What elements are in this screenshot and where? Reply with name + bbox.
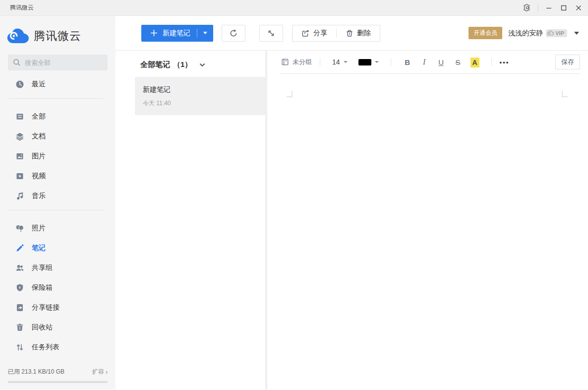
sidebar-item-photos[interactable]: 照片 (0, 218, 116, 238)
expand-diagonal-icon (267, 29, 275, 37)
sidebar-item-label: 图片 (32, 152, 46, 161)
sidebar-item-recent[interactable]: 最近 (0, 74, 116, 94)
upgrade-member-badge[interactable]: 开通会员 (469, 27, 502, 39)
transfer-arrows-icon (15, 343, 24, 352)
close-button[interactable] (571, 0, 586, 15)
note-title: 新建笔记 (143, 85, 257, 94)
highlight-button[interactable]: A (469, 58, 481, 66)
trash-icon (15, 323, 24, 332)
caret-down-icon (375, 61, 379, 63)
account-area: 开通会员 浅浅的安静 VIP (469, 27, 584, 39)
sidebar-item-label: 分享链接 (32, 303, 59, 312)
font-color-selector[interactable] (358, 59, 379, 65)
minimize-button[interactable] (541, 0, 556, 15)
font-color-swatch (358, 59, 371, 65)
highlight-letter: A (470, 58, 479, 67)
storage-usage-text: 已用 213.1 KB/10 GB (8, 368, 64, 376)
vip-badge: VIP (546, 29, 567, 37)
titlebar-separator (538, 4, 538, 12)
save-button[interactable]: 保存 (555, 55, 580, 69)
settings-gear-icon[interactable] (519, 0, 535, 15)
sidebar-item-share-links[interactable]: 分享链接 (0, 298, 116, 318)
note-editor-area[interactable] (267, 74, 588, 390)
font-size-value: 14 (332, 58, 340, 66)
sidebar-item-safe[interactable]: 保险箱 (0, 278, 116, 298)
delete-button[interactable]: 删除 (337, 25, 380, 41)
window-title: 腾讯微云 (10, 3, 34, 12)
note-list-item[interactable]: 新建笔记 今天 11:40 (135, 77, 265, 115)
share-label: 分享 (313, 29, 327, 38)
music-note-icon (15, 192, 24, 200)
storage-progress-bar (8, 381, 108, 383)
sidebar-item-notes[interactable]: 笔记 (0, 238, 116, 258)
new-note-dropdown[interactable] (197, 25, 213, 42)
trash-icon (346, 29, 353, 37)
sidebar-item-label: 共享组 (32, 263, 53, 272)
balloons-icon (15, 224, 24, 233)
search-input[interactable] (25, 59, 99, 66)
username: 浅浅的安静 (508, 29, 543, 38)
expand-button[interactable] (259, 25, 283, 42)
italic-button[interactable]: I (418, 58, 430, 66)
sidebar-item-shared-groups[interactable]: 共享组 (0, 258, 116, 278)
editor-toolbar: 未分组 14 B I U S A (280, 51, 580, 74)
font-size-selector[interactable]: 14 (332, 58, 348, 66)
sidebar-item-images[interactable]: 图片 (0, 146, 116, 166)
nav-divider (9, 210, 104, 210)
share-button[interactable]: 分享 (293, 25, 336, 41)
video-icon (15, 172, 24, 181)
sidebar-item-label: 笔记 (32, 244, 46, 253)
sidebar-item-label: 音乐 (32, 192, 46, 200)
sidebar-item-music[interactable]: 音乐 (0, 186, 116, 206)
sidebar-item-task-list[interactable]: 任务列表 (0, 337, 116, 357)
shield-icon (15, 283, 24, 292)
storage-footer: 已用 213.1 KB/10 GB 扩容 › (0, 368, 116, 390)
people-icon (15, 263, 24, 272)
account-dropdown[interactable] (574, 32, 579, 35)
note-editor-panel: 未分组 14 B I U S A (267, 51, 588, 390)
sidebar-item-label: 视频 (32, 172, 46, 181)
maximize-button[interactable] (556, 0, 571, 15)
vip-cloud-icon (547, 30, 554, 36)
sidebar-item-label: 文档 (32, 132, 46, 141)
titlebar: 腾讯微云 (0, 0, 588, 16)
clock-icon (15, 80, 24, 89)
caret-down-icon (344, 61, 348, 63)
sidebar-item-label: 任务列表 (32, 343, 59, 352)
caret-down-icon (203, 32, 207, 34)
more-options-button[interactable]: ••• (500, 59, 510, 66)
editor-corner-mark-left (287, 91, 293, 97)
new-note-button-main[interactable]: 新建笔记 (141, 25, 197, 42)
all-files-icon (15, 112, 24, 121)
sidebar-item-label: 最近 (32, 80, 46, 89)
sidebar: 腾讯微云 最近 全部 (0, 16, 116, 390)
search-box[interactable] (8, 55, 108, 70)
sidebar-item-videos[interactable]: 视频 (0, 166, 116, 186)
sidebar-item-label: 照片 (32, 224, 46, 233)
main-toolbar: 新建笔记 (116, 16, 588, 51)
note-group-label: 未分组 (293, 58, 312, 66)
new-note-button: 新建笔记 (141, 25, 213, 42)
refresh-button[interactable] (222, 25, 245, 42)
sidebar-item-label: 回收站 (32, 323, 53, 332)
sidebar-item-recycle-bin[interactable]: 回收站 (0, 318, 116, 337)
cloud-logo-icon (7, 28, 30, 44)
delete-label: 删除 (357, 29, 371, 38)
sidebar-item-all[interactable]: 全部 (0, 107, 116, 127)
note-timestamp: 今天 11:40 (143, 99, 257, 108)
chevron-right-icon: › (106, 369, 108, 376)
logo-text: 腾讯微云 (34, 28, 81, 44)
plus-icon (150, 29, 158, 37)
note-group-selector[interactable]: 未分组 (280, 58, 312, 66)
chevron-down-icon (199, 63, 205, 67)
notes-list-panel: 全部笔记 （1） 新建笔记 今天 11:40 (116, 51, 265, 390)
share-icon (301, 29, 310, 37)
sidebar-item-documents[interactable]: 文档 (0, 127, 116, 146)
strikethrough-button[interactable]: S (452, 58, 464, 66)
image-icon (15, 152, 24, 161)
bold-button[interactable]: B (402, 58, 413, 66)
notes-list-header[interactable]: 全部笔记 （1） (116, 51, 265, 77)
share-delete-group: 分享 删除 (292, 25, 380, 42)
underline-button[interactable]: U (435, 58, 447, 66)
expand-storage-link[interactable]: 扩容 › (92, 368, 108, 376)
